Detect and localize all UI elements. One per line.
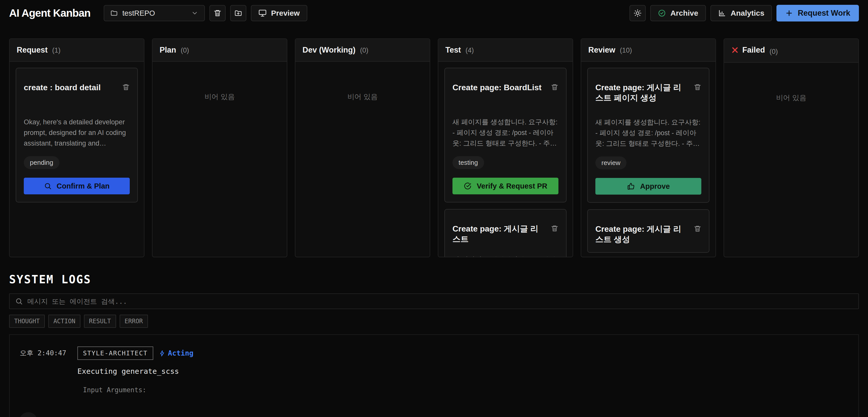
verify-request-pr-button[interactable]: Verify & Request PR: [453, 178, 558, 194]
card-create-page-post-list-create[interactable]: Create page: 게시글 리스트 생성: [587, 209, 709, 253]
log-content: STYLE-ARCHITECT Acting Executing generat…: [78, 347, 848, 417]
column-failed-header: Failed (0): [724, 39, 858, 63]
kanban-board: Request (1) create : board detail Okay, …: [0, 38, 868, 257]
log-search-bar: [9, 293, 859, 309]
column-request: Request (1) create : board detail Okay, …: [9, 38, 145, 257]
new-repo-button[interactable]: [230, 5, 246, 21]
card-description: 새 페이지를 생성합니다. 요구사항: - 페이지 생성 경로: /post -…: [595, 117, 701, 149]
column-count: (10): [620, 46, 632, 54]
column-title: Review: [588, 45, 615, 55]
card-create-board-detail[interactable]: create : board detail Okay, here's a det…: [16, 68, 138, 202]
card-description: Okay, here's a detailed developer prompt…: [24, 117, 130, 149]
trash-icon[interactable]: [551, 84, 558, 91]
preview-button[interactable]: Preview: [251, 5, 307, 21]
column-review-header: Review (10): [581, 39, 715, 62]
archive-label: Archive: [671, 9, 698, 18]
filter-action[interactable]: ACTION: [48, 315, 81, 328]
plus-icon: [785, 9, 793, 17]
log-args-label: Input Arguments:: [83, 386, 848, 394]
log-status-label: Acting: [168, 349, 193, 357]
empty-state: 비어 있음: [730, 93, 852, 103]
card-title: Create page: 게시글 리스트: [453, 224, 546, 245]
card-title: create : board detail: [24, 83, 117, 93]
repo-select-value: testREPO: [122, 9, 155, 18]
card-create-page-post-list-page[interactable]: Create page: 게시글 리스트 페이지 생성 새 페이지를 생성합니다…: [587, 68, 709, 203]
column-dev: Dev (Working) (0) 비어 있음: [295, 38, 430, 257]
card-create-page-post-list[interactable]: Create page: 게시글 리스트 새 페이지를 생성합니다. 요구사항:…: [444, 209, 566, 257]
request-work-label: Request Work: [798, 9, 850, 18]
card-title: Create page: 게시글 리스트 생성: [595, 224, 689, 245]
trash-icon[interactable]: [694, 84, 701, 91]
column-test-body: Create page: BoardList 새 페이지를 생성합니다. 요구사…: [438, 62, 572, 257]
check-circle-icon: [658, 9, 666, 17]
log-args-code: [ "moduleName", "app/termdata/page.scss"…: [84, 397, 848, 417]
status-badge: pending: [24, 156, 59, 169]
request-work-button[interactable]: Request Work: [776, 5, 859, 22]
card-title: Create page: BoardList: [453, 83, 546, 93]
card-description: 새 페이지를 생성합니다. 요구사항: - 페이지 생성 경로: /post -…: [453, 117, 558, 149]
check-circle-icon: [464, 182, 472, 190]
search-icon: [15, 297, 23, 305]
trash-icon[interactable]: [122, 84, 130, 91]
confirm-plan-button[interactable]: Confirm & Plan: [24, 178, 130, 194]
app-header: AI Agent Kanban testREPO Preview: [0, 0, 868, 26]
column-title: Plan: [160, 45, 176, 55]
folder-plus-icon: [234, 9, 242, 17]
card-create-page-boardlist[interactable]: Create page: BoardList 새 페이지를 생성합니다. 요구사…: [444, 68, 566, 202]
column-request-header: Request (1): [10, 39, 144, 62]
sun-icon: [633, 9, 642, 17]
log-timestamp: 오후 2:40:47: [20, 347, 78, 417]
filter-error[interactable]: ERROR: [120, 315, 148, 328]
analytics-button[interactable]: Analytics: [710, 5, 772, 21]
log-panel: 오후 2:40:47 STYLE-ARCHITECT Acting Execut…: [9, 334, 859, 417]
folder-icon: [110, 9, 118, 17]
column-failed-body: 비어 있음: [724, 63, 858, 257]
log-search-input[interactable]: [27, 297, 853, 305]
filter-result[interactable]: RESULT: [84, 315, 116, 328]
trash-icon[interactable]: [694, 225, 701, 232]
column-count: (1): [52, 46, 60, 54]
log-entry: 오후 2:40:47 STYLE-ARCHITECT Acting Execut…: [20, 347, 848, 417]
x-icon: [731, 46, 739, 54]
column-test-header: Test (4): [438, 39, 572, 62]
delete-repo-button[interactable]: [209, 5, 226, 21]
column-request-body: create : board detail Okay, here's a det…: [10, 62, 144, 257]
column-count: (0): [360, 46, 369, 54]
log-status: Acting: [159, 349, 193, 357]
zap-icon: [159, 350, 165, 357]
verify-request-pr-label: Verify & Request PR: [477, 182, 547, 190]
app-title: AI Agent Kanban: [9, 7, 91, 19]
search-icon: [44, 182, 52, 190]
column-dev-header: Dev (Working) (0): [296, 39, 430, 62]
system-logs-title: SYSTEM LOGS: [9, 273, 859, 286]
filter-thought[interactable]: THOUGHT: [9, 315, 45, 328]
trash-icon[interactable]: [551, 225, 558, 232]
confirm-plan-label: Confirm & Plan: [57, 182, 110, 190]
analytics-label: Analytics: [731, 9, 764, 18]
theme-toggle-button[interactable]: [629, 5, 646, 21]
system-logs-section: SYSTEM LOGS THOUGHT ACTION RESULT ERROR …: [0, 273, 868, 417]
preview-label: Preview: [271, 9, 300, 18]
approve-label: Approve: [640, 182, 670, 191]
status-badge: review: [595, 156, 626, 169]
column-test: Test (4) Create page: BoardList 새 페이지를 생…: [438, 38, 573, 257]
column-plan-body: 비어 있음: [153, 62, 287, 257]
log-filter-chips: THOUGHT ACTION RESULT ERROR: [9, 315, 859, 328]
column-title: Dev (Working): [303, 45, 355, 55]
repo-select[interactable]: testREPO: [104, 5, 205, 21]
status-badge: testing: [453, 156, 484, 169]
monitor-icon: [258, 9, 267, 17]
column-title: Failed: [742, 45, 765, 55]
card-description: 새 페이지를 생성합니다. 요구사항: - 페이지 생...: [453, 255, 558, 257]
archive-button[interactable]: Archive: [650, 5, 706, 21]
approve-button[interactable]: Approve: [595, 178, 701, 195]
column-count: (0): [770, 48, 778, 56]
log-message: Executing generate_scss: [78, 367, 848, 376]
column-dev-body: 비어 있음: [296, 62, 430, 257]
column-review-body: Create page: 게시글 리스트 페이지 생성 새 페이지를 생성합니다…: [581, 62, 715, 257]
column-plan: Plan (0) 비어 있음: [152, 38, 287, 257]
thumbs-up-icon: [627, 182, 635, 190]
empty-state: 비어 있음: [302, 92, 424, 102]
chevron-down-icon: [191, 10, 198, 17]
column-review: Review (10) Create page: 게시글 리스트 페이지 생성 …: [581, 38, 716, 257]
